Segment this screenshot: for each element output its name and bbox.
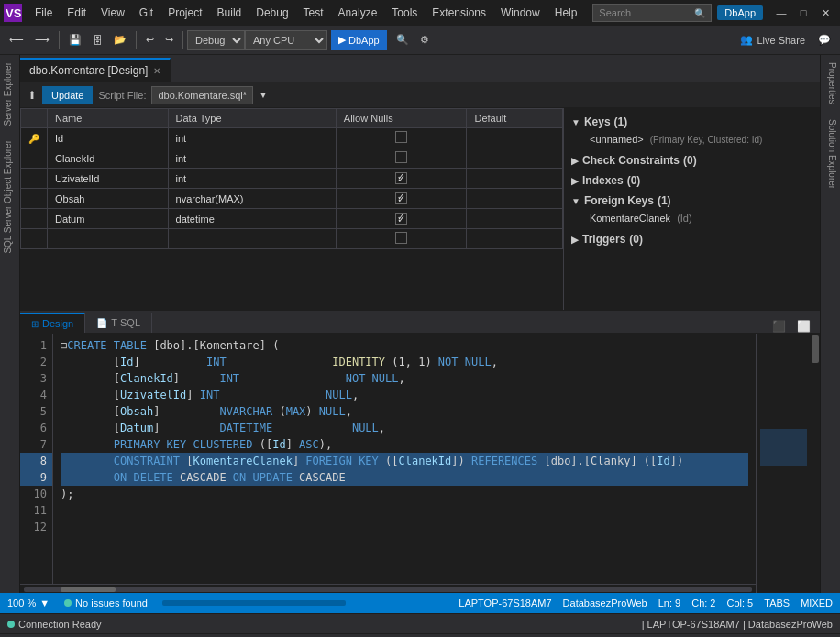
tab-close-icon[interactable]: ✕	[153, 66, 160, 76]
keys-header[interactable]: ▼ Keys (1)	[571, 115, 812, 128]
table-row[interactable]: Datum datetime ✓	[21, 209, 563, 229]
row-name[interactable]: Datum	[48, 209, 169, 229]
code-content[interactable]: ⊟CREATE TABLE [dbo].[Komentare] ( [Id] I…	[53, 334, 756, 584]
hscroll-thumb[interactable]	[61, 587, 116, 592]
row-datatype[interactable]: int	[168, 148, 336, 169]
unnamed-key[interactable]: <unnamed> (Primary Key, Clustered: Id)	[571, 132, 812, 147]
toolbar-btn-extra[interactable]: ⚙	[414, 31, 435, 49]
toolbar-btn-redo[interactable]: ↪	[160, 31, 179, 49]
menu-window[interactable]: Window	[493, 3, 547, 23]
row-default[interactable]	[467, 189, 563, 209]
update-button[interactable]: Update	[42, 86, 93, 104]
rsidebar-tab-properties[interactable]: Properties	[821, 55, 840, 112]
user-label[interactable]: DbApp	[717, 5, 763, 20]
row-name[interactable]: Id	[48, 128, 169, 148]
row-default[interactable]	[467, 209, 563, 229]
zoom-status[interactable]: 100 % ▼	[7, 598, 50, 609]
code-editor[interactable]: 1 2 3 4 5 6 7 8 9 10 11 12	[20, 334, 756, 593]
menu-file[interactable]: File	[28, 3, 60, 23]
maximize-button[interactable]: □	[792, 4, 814, 22]
foreign-key-item[interactable]: KomentareClanek (Id)	[571, 211, 812, 225]
row-allownulls[interactable]: ✓	[336, 189, 467, 209]
search-box[interactable]: Search 🔍	[592, 4, 712, 22]
table-row[interactable]: 🔑 Id int	[21, 128, 563, 148]
live-share-label: Live Share	[757, 35, 805, 46]
table-row[interactable]: UzivatelId int ✓	[21, 169, 563, 189]
row-name[interactable]: Obsah	[48, 189, 169, 209]
debug-mode-select[interactable]: Debug	[187, 30, 245, 50]
vscroll-thumb[interactable]	[812, 335, 819, 363]
btab-split-icon[interactable]: ⬛	[768, 320, 790, 333]
rsidebar-tab-solution-explorer[interactable]: Solution Explorer	[821, 112, 840, 196]
run-button[interactable]: ▶ DbApp	[331, 30, 387, 50]
live-share-button[interactable]: 👥 Live Share	[733, 32, 812, 48]
menu-debug[interactable]: Debug	[249, 3, 295, 23]
row-allownulls[interactable]: ✓	[336, 209, 467, 229]
close-button[interactable]: ✕	[814, 4, 836, 22]
row-default[interactable]	[467, 128, 563, 148]
toolbar-btn-open[interactable]: 📂	[108, 31, 132, 49]
row-datatype[interactable]: datetime	[168, 209, 336, 229]
row-datatype[interactable]: int	[168, 128, 336, 148]
btab-maximize-icon[interactable]: ⬜	[793, 320, 814, 333]
row-pk-icon	[21, 229, 48, 249]
row-datatype[interactable]	[168, 229, 336, 249]
row-default[interactable]	[467, 169, 563, 189]
table-row[interactable]	[21, 229, 563, 249]
table-row[interactable]: Obsah nvarchar(MAX) ✓	[21, 189, 563, 209]
minimize-button[interactable]: —	[770, 4, 792, 22]
toolbar-btn-forward[interactable]: ⟶	[29, 31, 55, 49]
menu-test[interactable]: Test	[296, 3, 331, 23]
foreign-key-detail: (Id)	[677, 213, 692, 224]
toolbar-btn-search[interactable]: 🔍	[391, 31, 414, 49]
toolbar-btn-back[interactable]: ⟵	[4, 31, 29, 49]
ln-4: 4	[20, 387, 52, 403]
vertical-scrollbar[interactable]	[811, 334, 820, 593]
menu-git[interactable]: Git	[132, 3, 160, 23]
menu-project[interactable]: Project	[160, 3, 209, 23]
foreign-keys-header[interactable]: ▼ Foreign Keys (1)	[571, 194, 812, 207]
row-name[interactable]: UzivatelId	[48, 169, 169, 189]
code-line-3: [ClanekId] INT NOT NULL,	[61, 370, 748, 387]
triggers-header[interactable]: ▶ Triggers (0)	[571, 233, 812, 246]
hscroll-track[interactable]	[24, 587, 752, 592]
menu-tools[interactable]: Tools	[384, 3, 425, 23]
row-allownulls[interactable]	[336, 148, 467, 169]
indexes-header[interactable]: ▶ Indexes (0)	[571, 174, 812, 187]
issues-status[interactable]: No issues found	[64, 598, 148, 609]
script-dropdown-icon[interactable]: ▼	[259, 90, 268, 100]
menu-help[interactable]: Help	[547, 3, 585, 23]
nav-up-icon[interactable]: ⬆	[28, 89, 37, 102]
horizontal-scrollbar[interactable]	[20, 584, 756, 593]
toolbar-btn-feedback[interactable]: 💬	[812, 31, 836, 49]
menu-edit[interactable]: Edit	[60, 3, 94, 23]
menu-view[interactable]: View	[94, 3, 132, 23]
row-datatype[interactable]: nvarchar(MAX)	[168, 189, 336, 209]
menu-build[interactable]: Build	[210, 3, 249, 23]
row-datatype[interactable]: int	[168, 169, 336, 189]
row-allownulls[interactable]: ✓	[336, 169, 467, 189]
row-default[interactable]	[467, 229, 563, 249]
row-name[interactable]	[48, 229, 169, 249]
toolbar-btn-saveall[interactable]: 🗄	[87, 32, 108, 49]
sidebar-tab-sql-object-explorer[interactable]: SQL Server Object Explorer	[0, 133, 19, 261]
row-name[interactable]: ClanekId	[48, 148, 169, 169]
tab-design-bottom[interactable]: ⊞ Design	[20, 313, 85, 333]
check-constraints-label: Check Constraints	[582, 154, 680, 167]
cpu-select[interactable]: Any CPU	[245, 30, 327, 50]
row-default[interactable]	[467, 148, 563, 169]
toolbar-btn-save[interactable]: 💾	[63, 31, 87, 49]
menu-extensions[interactable]: Extensions	[425, 3, 493, 23]
content-area: dbo.Komentare [Design] ✕ ⬆ Update Script…	[20, 55, 820, 593]
ln-label: Ln: 9	[658, 598, 680, 609]
tab-design[interactable]: dbo.Komentare [Design] ✕	[20, 58, 171, 82]
row-allownulls[interactable]	[336, 128, 467, 148]
toolbar-btn-undo[interactable]: ↩	[140, 31, 160, 49]
menu-analyze[interactable]: Analyze	[331, 3, 385, 23]
sidebar-tab-server-explorer[interactable]: Server Explorer	[0, 55, 19, 133]
row-allownulls[interactable]	[336, 229, 467, 249]
svg-text:VS: VS	[6, 6, 22, 20]
table-row[interactable]: ClanekId int	[21, 148, 563, 169]
check-constraints-header[interactable]: ▶ Check Constraints (0)	[571, 154, 812, 167]
tab-tsql[interactable]: 📄 T-SQL	[85, 313, 152, 333]
